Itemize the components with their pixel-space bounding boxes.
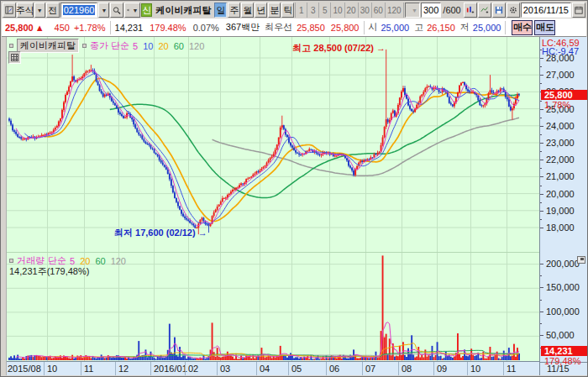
candle-body [171,179,172,186]
candle-body [501,88,503,89]
volume-bar [237,359,239,361]
candle-body [111,97,113,101]
volume-bar [131,359,133,360]
code-input[interactable]: 021960 [60,3,98,18]
candle-body [392,111,394,113]
volume-bar [358,359,360,360]
volume-bar [113,357,114,360]
highest-price-annotation: 최고 28,500 (07/22) → [286,42,386,55]
toolbar: 주식 ▼ 전 021960 ▼ ▼ 신 케이비캐피탈 일주월년분틱 135 [2,2,586,18]
interval-button-10[interactable]: 10 [331,3,344,18]
volume-bar [99,358,101,360]
volume-bar [370,358,371,360]
calendar-button[interactable] [572,3,585,18]
interval-button-60[interactable]: 60 [372,3,386,18]
volume-bar [191,359,192,361]
candle-body [18,137,20,138]
interval-button-1[interactable]: 1 [296,3,307,18]
candle-body [389,120,391,123]
candle-body [119,113,121,114]
asset-type-dropdown-button[interactable]: ▼ [34,3,45,18]
draw-tools-button[interactable] [478,3,491,18]
date-label-05: 05 [291,364,302,374]
date-tick [398,362,399,375]
period-tab-월[interactable]: 월 [241,3,254,18]
period-tab-년[interactable]: 년 [255,3,267,18]
volume-bar [192,359,194,360]
candle-body [460,83,462,86]
volume-bar [462,356,464,360]
candle-body [426,86,428,88]
right-arrow-icon: → [198,228,207,238]
volume-bar [65,357,66,361]
price-tick-dash [540,176,543,177]
date-axis[interactable]: 2015/081011122016/0102030405060708091011 [7,361,539,375]
buy-button[interactable]: 매수 [512,20,533,35]
interval-button-5[interactable]: 5 [319,3,331,18]
date-tick [150,362,151,375]
candle-body [412,111,414,112]
right-arrow-icon: → [376,43,386,53]
search-button[interactable] [110,3,123,18]
candle-body [15,132,17,134]
chart-grid-button[interactable] [8,51,21,64]
volume-chart-pane[interactable]: 거래량 단순 52060120 14,231주(179,48%) [7,252,539,361]
candle-body [184,217,186,218]
candle-body [273,154,275,156]
date-label-09: 09 [437,364,447,374]
candle-body [159,156,160,160]
price-axis[interactable]: LC:46,59 HC:-9,47 11/15 18,00019,00020,0… [539,37,588,375]
low-label: 저 [460,21,470,34]
volume-bar [295,357,297,360]
sell-button[interactable]: 매도 [534,20,555,35]
volume-bar [426,357,428,360]
price-legend: 케이비캐피탈 종가 단순 5102060120 [9,39,204,53]
code-dropdown-button[interactable]: ▼ [98,3,109,18]
volume-bar [467,356,469,360]
candle-body [56,126,58,128]
volume-tick-dash [540,264,543,264]
sound-button[interactable]: ▼ [124,3,140,18]
save-button[interactable] [492,3,506,18]
interval-button-30[interactable]: 30 [359,3,372,18]
interval-buttons: 13510203060120 [295,3,403,18]
price-change: 450 [55,23,70,33]
asset-type-selector[interactable]: 주식 [17,3,34,18]
stock-name: 케이비캐피탈 [153,4,213,17]
volume-bar [495,355,496,360]
volume-bar [165,357,167,360]
price-chart-pane[interactable]: 케이비캐피탈 종가 단순 5102060120 최고 28,500 (07/22… [7,37,539,252]
extra-interval-dropdown[interactable]: ▼ [405,3,420,18]
bars-count-input[interactable]: 300 [421,3,441,18]
period-tab-분[interactable]: 분 [268,3,281,18]
ma-line [16,71,519,226]
current-volume-text: 14,231주(179,48%) [9,265,89,278]
volume-bar [401,355,402,360]
period-tab-틱[interactable]: 틱 [281,3,294,18]
expand-icon[interactable] [577,256,585,264]
volume-bar [275,358,276,360]
interval-button-120[interactable]: 120 [386,3,404,18]
interval-button-20[interactable]: 20 [345,3,359,18]
quick-chart-icon[interactable] [3,3,16,18]
volume-bar [324,359,326,360]
candle-body [454,102,455,106]
period-tab-일[interactable]: 일 [214,3,227,18]
candle-body [240,184,242,186]
compare-chart-button[interactable] [464,3,477,18]
current-price-marker: 25,800 [541,90,587,100]
prev-stock-label: 전 [48,4,57,17]
candle-body [118,108,119,113]
date-input[interactable]: 2016/11/15 [521,3,571,18]
candle-body [319,154,321,155]
candle-body [208,224,210,226]
price-tick-dash [540,143,543,144]
settings-button[interactable] [507,3,520,18]
period-tab-주[interactable]: 주 [228,3,240,18]
candle-body [271,156,273,158]
volume-bar [150,352,152,360]
prev-stock-button[interactable]: 전 [46,3,60,18]
interval-button-3[interactable]: 3 [307,3,319,18]
volume-bar [154,358,155,360]
volume-bar [27,356,29,361]
